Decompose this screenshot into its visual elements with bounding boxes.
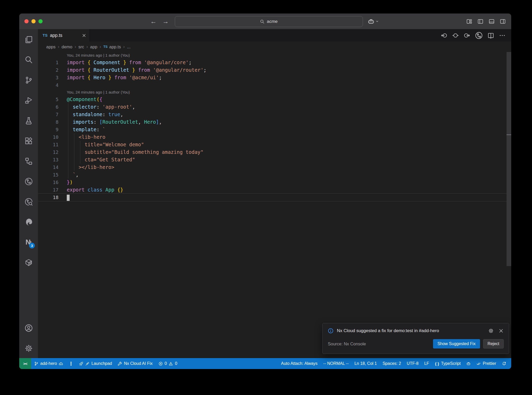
activity-bar-item-nx-console[interactable]: N›3 (22, 236, 35, 248)
history-forward-button[interactable]: → (162, 14, 169, 29)
plug-icon (85, 361, 90, 366)
activity-bar-item-run-debug[interactable] (22, 94, 35, 107)
encoding-item[interactable]: UTF-8 (404, 358, 421, 369)
breadcrumb-item-apps[interactable]: apps (46, 44, 56, 49)
breadcrumb: apps›demo›src›app›TSapp.ts›... (38, 42, 511, 52)
customize-layout-icon[interactable] (466, 18, 472, 24)
code-line-2[interactable]: 2import { RouterOutlet } from '@angular/… (38, 66, 511, 74)
code-line-1[interactable]: 1import { Component } from '@angular/cor… (38, 59, 511, 66)
command-center-search[interactable]: acme (175, 16, 363, 27)
codelens-annotation[interactable]: You, 24 minutes ago | 1 author (You) (38, 52, 511, 59)
activity-bar-item-source-control[interactable] (22, 74, 35, 86)
cursor-position-item[interactable]: Ln 18, Col 1 (351, 358, 380, 369)
breadcrumb-item-app-ts[interactable]: TSapp.ts (103, 44, 121, 49)
line-number: 9 (38, 126, 67, 133)
close-notification-icon[interactable] (498, 328, 504, 333)
code-line-12[interactable]: 12 subtitle="Build something amazing tod… (38, 148, 511, 156)
activity-bar-item-commit-graph-circle[interactable] (22, 175, 35, 188)
activity-bar-item-hierarchy[interactable] (22, 155, 35, 167)
launchpad-item[interactable]: Launchpad (76, 358, 115, 369)
code-line-10[interactable]: 10 <lib-hero (38, 133, 511, 141)
workbench: N›3 TS app.ts apps›demo›src›app›TSapp.ts… (19, 29, 511, 358)
activity-bar-item-testing[interactable] (22, 114, 35, 127)
code-line-7[interactable]: 7 standalone: true, (38, 111, 511, 118)
notification-settings-icon[interactable] (488, 328, 494, 333)
indent-guide (68, 103, 68, 179)
breadcrumb-separator: › (75, 44, 76, 49)
breadcrumb-item-demo[interactable]: demo (62, 44, 72, 49)
typescript-file-icon: TS (43, 33, 48, 37)
vim-mode-item-label: -- NORMAL -- (323, 361, 349, 366)
show-suggested-fix-button[interactable]: Show Suggested Fix (433, 339, 480, 348)
language-item[interactable]: { }TypeScript (432, 358, 464, 369)
codelens-annotation[interactable]: You, 24 minutes ago | 1 author (You) (38, 89, 511, 96)
code-line-3[interactable]: 3import { Hero } from '@acme/ui'; (38, 74, 511, 81)
eol-item[interactable]: LF (421, 358, 432, 369)
notification-source: Source: Nx Console (328, 341, 366, 346)
layout-controls (466, 14, 506, 29)
code-line-9[interactable]: 9 template: ` (38, 126, 511, 133)
code-area[interactable]: You, 24 minutes ago | 1 author (You)1imp… (38, 52, 511, 358)
code-line-15[interactable]: 15 `, (38, 171, 511, 179)
changes-icon[interactable] (452, 32, 459, 39)
toggle-secondary-sidebar-icon[interactable] (500, 18, 506, 24)
history-back-button[interactable]: ← (150, 14, 157, 29)
problems-item[interactable]: 00 (156, 358, 180, 369)
breadcrumb-item-src[interactable]: src (78, 44, 84, 49)
line-content: subtitle="Build something amazing today" (67, 148, 203, 156)
breadcrumb-item-app[interactable]: app (90, 44, 97, 49)
code-line-16[interactable]: 16}) (38, 179, 511, 186)
prev-change-icon[interactable] (441, 32, 447, 39)
prettier-item[interactable]: Prettier (474, 358, 499, 369)
split-editor-icon[interactable] (488, 32, 494, 39)
line-number: 5 (38, 96, 67, 103)
next-change-icon[interactable] (464, 32, 470, 39)
copilot-item[interactable] (463, 358, 474, 369)
search-icon (25, 56, 33, 64)
activity-bar-item-extensions[interactable] (22, 135, 35, 147)
vim-mode-item[interactable]: -- NORMAL -- (320, 358, 351, 369)
bell-item[interactable] (499, 358, 509, 369)
indentation-item[interactable]: Spaces: 2 (380, 358, 404, 369)
activity-bar-item-settings-gear[interactable] (22, 342, 35, 354)
commits-item[interactable] (66, 358, 76, 369)
activity-bar-item-accounts[interactable] (22, 322, 35, 334)
indent-guide (80, 141, 80, 163)
remote-indicator[interactable]: >< (19, 358, 31, 369)
branch-item[interactable]: add-hero (31, 358, 66, 369)
close-tab-icon[interactable] (82, 33, 86, 38)
cloud-upload-icon (59, 361, 63, 366)
scrollbar-thumb[interactable] (507, 52, 511, 266)
breadcrumb-item--[interactable]: ... (127, 44, 131, 49)
code-line-18[interactable]: 18 (38, 194, 511, 201)
close-window-button[interactable] (24, 19, 29, 23)
editor-scrollbar[interactable] (507, 52, 511, 358)
code-line-4[interactable]: 4 (38, 81, 511, 89)
code-line-5[interactable]: 5@Component({ (38, 96, 511, 103)
code-line-11[interactable]: 11 title="Welcmoe demo" (38, 141, 511, 148)
commit-graph-icon[interactable] (475, 32, 483, 39)
activity-bar-item-search[interactable] (22, 54, 35, 66)
copilot-menu[interactable] (368, 14, 379, 29)
code-line-14[interactable]: 14 ></lib-hero> (38, 163, 511, 171)
more-actions-icon[interactable] (499, 32, 506, 39)
minimize-window-button[interactable] (31, 19, 36, 23)
code-line-17[interactable]: 17export class App {} (38, 186, 511, 194)
activity-bar-item-edge-tools[interactable] (22, 216, 35, 228)
code-line-13[interactable]: 13 cta="Get Started" (38, 156, 511, 163)
activity-bar-item-gitlens-inspect[interactable] (22, 195, 35, 208)
code-line-6[interactable]: 6 selector: 'app-root', (38, 103, 511, 111)
toggle-primary-sidebar-icon[interactable] (477, 18, 483, 24)
zoom-window-button[interactable] (38, 19, 43, 23)
nx-cloud-ai-fix-item[interactable]: Nx Cloud AI Fix (115, 358, 155, 369)
code-line-8[interactable]: 8 imports: [RouterOutlet, Hero], (38, 118, 511, 126)
activity-bar-item-container-tools[interactable] (22, 256, 35, 269)
toggle-panel-icon[interactable] (489, 18, 495, 24)
gitlens-inspect-icon (25, 198, 33, 206)
line-number: 17 (38, 186, 67, 194)
line-content: import { Component } from '@angular/core… (67, 59, 192, 66)
tab-app-ts[interactable]: TS app.ts (38, 29, 90, 42)
reject-button[interactable]: Reject (483, 339, 504, 348)
auto-attach-item[interactable]: Auto Attach: Always (278, 358, 321, 369)
activity-bar-item-explorer[interactable] (22, 33, 35, 46)
